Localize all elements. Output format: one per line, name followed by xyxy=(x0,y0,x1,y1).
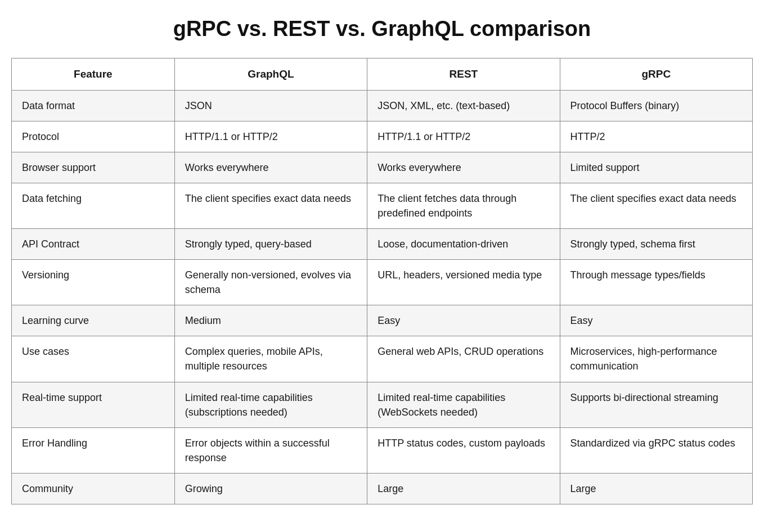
cell-feature: Browser support xyxy=(12,152,175,183)
cell-rest: Loose, documentation-driven xyxy=(367,229,560,260)
cell-grpc: Limited support xyxy=(560,152,752,183)
cell-rest: URL, headers, versioned media type xyxy=(367,260,560,305)
table-row: Error HandlingError objects within a suc… xyxy=(12,427,753,473)
cell-rest: HTTP status codes, custom payloads xyxy=(367,427,560,473)
cell-rest: Large xyxy=(367,473,560,504)
cell-rest: The client fetches data through predefin… xyxy=(367,183,560,228)
page-title: gRPC vs. REST vs. GraphQL comparison xyxy=(11,17,753,41)
col-header-feature: Feature xyxy=(12,58,175,91)
cell-rest: HTTP/1.1 or HTTP/2 xyxy=(367,121,560,152)
cell-graphql: JSON xyxy=(174,90,367,121)
cell-grpc: HTTP/2 xyxy=(560,121,752,152)
table-row: ProtocolHTTP/1.1 or HTTP/2HTTP/1.1 or HT… xyxy=(12,121,753,152)
col-header-rest: REST xyxy=(367,58,560,91)
cell-graphql: Growing xyxy=(174,473,367,504)
page-container: gRPC vs. REST vs. GraphQL comparison Fea… xyxy=(11,17,753,504)
cell-feature: Protocol xyxy=(12,121,175,152)
cell-graphql: Works everywhere xyxy=(174,152,367,183)
col-header-graphql: GraphQL xyxy=(174,58,367,91)
comparison-table: Feature GraphQL REST gRPC Data formatJSO… xyxy=(11,58,753,504)
cell-grpc: Through message types/fields xyxy=(560,260,752,305)
cell-rest: Easy xyxy=(367,305,560,336)
cell-grpc: Standardized via gRPC status codes xyxy=(560,427,752,473)
cell-feature: API Contract xyxy=(12,229,175,260)
cell-grpc: Supports bi-directional streaming xyxy=(560,382,752,427)
cell-feature: Real-time support xyxy=(12,382,175,427)
cell-feature: Data format xyxy=(12,90,175,121)
cell-feature: Data fetching xyxy=(12,183,175,228)
table-row: Learning curveMediumEasyEasy xyxy=(12,305,753,336)
cell-graphql: HTTP/1.1 or HTTP/2 xyxy=(174,121,367,152)
table-row: Browser supportWorks everywhereWorks eve… xyxy=(12,152,753,183)
cell-graphql: Generally non-versioned, evolves via sch… xyxy=(174,260,367,305)
cell-graphql: Error objects within a successful respon… xyxy=(174,427,367,473)
table-row: CommunityGrowingLargeLarge xyxy=(12,473,753,504)
cell-feature: Versioning xyxy=(12,260,175,305)
cell-graphql: Complex queries, mobile APIs, multiple r… xyxy=(174,336,367,382)
cell-graphql: The client specifies exact data needs xyxy=(174,183,367,228)
cell-feature: Error Handling xyxy=(12,427,175,473)
cell-rest: General web APIs, CRUD operations xyxy=(367,336,560,382)
cell-graphql: Strongly typed, query-based xyxy=(174,229,367,260)
cell-grpc: Microservices, high-performance communic… xyxy=(560,336,752,382)
cell-feature: Community xyxy=(12,473,175,504)
table-header-row: Feature GraphQL REST gRPC xyxy=(12,58,753,91)
cell-graphql: Limited real-time capabilities (subscrip… xyxy=(174,382,367,427)
table-row: VersioningGenerally non-versioned, evolv… xyxy=(12,260,753,305)
cell-grpc: Easy xyxy=(560,305,752,336)
table-row: Data formatJSONJSON, XML, etc. (text-bas… xyxy=(12,90,753,121)
cell-grpc: Strongly typed, schema first xyxy=(560,229,752,260)
cell-rest: Works everywhere xyxy=(367,152,560,183)
cell-rest: Limited real-time capabilities (WebSocke… xyxy=(367,382,560,427)
col-header-grpc: gRPC xyxy=(560,58,752,91)
cell-rest: JSON, XML, etc. (text-based) xyxy=(367,90,560,121)
cell-graphql: Medium xyxy=(174,305,367,336)
table-row: Real-time supportLimited real-time capab… xyxy=(12,382,753,427)
cell-feature: Learning curve xyxy=(12,305,175,336)
cell-grpc: The client specifies exact data needs xyxy=(560,183,752,228)
table-row: API ContractStrongly typed, query-basedL… xyxy=(12,229,753,260)
cell-grpc: Large xyxy=(560,473,752,504)
cell-feature: Use cases xyxy=(12,336,175,382)
table-row: Use casesComplex queries, mobile APIs, m… xyxy=(12,336,753,382)
table-row: Data fetchingThe client specifies exact … xyxy=(12,183,753,228)
cell-grpc: Protocol Buffers (binary) xyxy=(560,90,752,121)
